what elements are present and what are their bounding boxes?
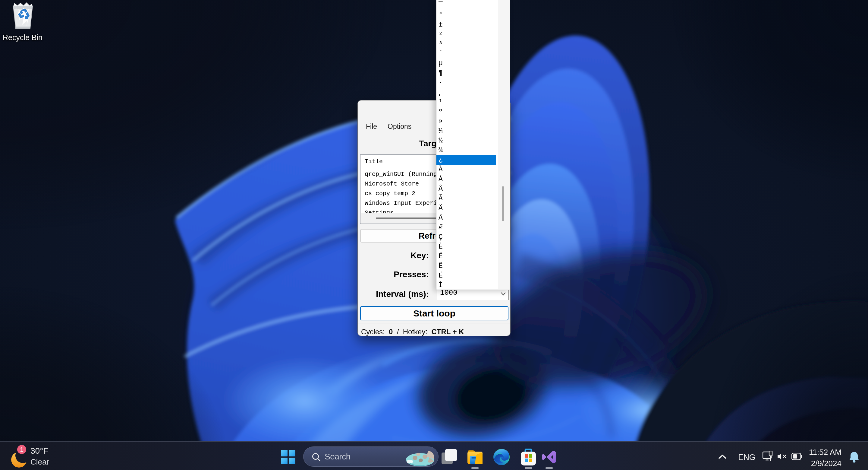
svg-text:1: 1 bbox=[20, 446, 24, 453]
